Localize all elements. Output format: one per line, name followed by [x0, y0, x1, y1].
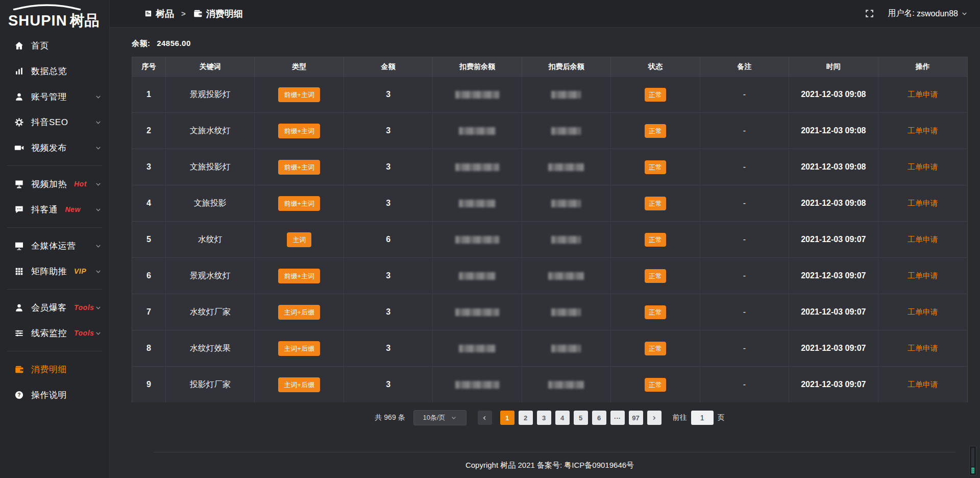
- sidebar-item-douyin-seo[interactable]: 抖音SEO: [0, 109, 109, 135]
- next-page-button[interactable]: [647, 411, 662, 425]
- sidebar-item-all-media-operation[interactable]: 全媒体运营: [0, 233, 109, 258]
- work-order-link[interactable]: 工单申请: [908, 90, 938, 100]
- censored-value: [551, 308, 581, 316]
- sidebar-item-label: 抖客通: [31, 204, 58, 216]
- cell-keyword: 投影灯厂家: [166, 367, 255, 402]
- goto-label: 前往: [673, 413, 687, 422]
- status-badge: 正常: [645, 269, 666, 283]
- cell-type: 主词+后缀: [255, 367, 344, 402]
- cell-remark: -: [700, 367, 789, 402]
- column-header: 金额: [344, 57, 433, 76]
- balance-row: 余额: 24856.00: [132, 39, 968, 49]
- cell-amount: 3: [344, 185, 433, 221]
- status-badge: 正常: [645, 197, 666, 210]
- cell-action: 工单申请: [878, 367, 967, 402]
- breadcrumb-item[interactable]: 树品: [144, 8, 174, 20]
- status-badge: 正常: [645, 88, 666, 102]
- cell-keyword: 景观投影灯: [166, 77, 255, 112]
- censored-value: [455, 163, 499, 171]
- video-icon: [13, 142, 24, 153]
- work-order-link[interactable]: 工单申请: [908, 126, 938, 136]
- work-order-link[interactable]: 工单申请: [908, 344, 938, 353]
- breadcrumb-item[interactable]: 消费明细: [193, 8, 243, 20]
- type-badge: 前缀+主词: [278, 87, 320, 102]
- page-ellipsis-button[interactable]: ···: [610, 411, 625, 425]
- user-menu[interactable]: 用户名: zswodun88: [888, 8, 968, 19]
- topbar-right: 用户名: zswodun88: [865, 8, 968, 19]
- censored-value: [459, 345, 496, 352]
- page-button-2[interactable]: 2: [519, 411, 533, 425]
- page-button-3[interactable]: 3: [537, 411, 551, 425]
- sidebar-item-video-heating[interactable]: 视频加热Hot: [0, 171, 109, 197]
- cell-time: 2021-12-03 09:08: [789, 77, 878, 112]
- sidebar-item-matrix-boost[interactable]: 矩阵助推VIP: [0, 258, 109, 284]
- sidebar-item-badge: New: [65, 205, 81, 213]
- censored-value: [455, 308, 499, 316]
- fullscreen-icon[interactable]: [865, 9, 874, 18]
- chevron-down-icon: [95, 206, 102, 213]
- cell-action: 工单申请: [878, 113, 967, 149]
- cell-remark: -: [700, 149, 789, 185]
- page-buttons: 123456···97: [500, 411, 643, 425]
- page-button-4[interactable]: 4: [555, 411, 570, 425]
- work-order-link[interactable]: 工单申请: [908, 380, 938, 390]
- cell-amount: 3: [344, 330, 433, 366]
- censored-value: [551, 127, 581, 135]
- work-order-link[interactable]: 工单申请: [908, 235, 938, 245]
- sidebar-item-home[interactable]: 首页: [0, 33, 109, 58]
- cell-index: 6: [132, 258, 166, 294]
- app-window-icon: [144, 10, 152, 17]
- cell-type: 前缀+主词: [255, 149, 344, 185]
- censored-value: [548, 272, 584, 280]
- sidebar-item-operation-guide[interactable]: ?操作说明: [0, 382, 109, 408]
- sidebar-item-video-publish[interactable]: 视频发布: [0, 135, 109, 160]
- table-row: 8水纹灯效果主词+后缀3正常-2021-12-03 09:07工单申请: [132, 330, 967, 366]
- sidebar-item-doukeTong[interactable]: 抖客通New: [0, 197, 109, 222]
- work-order-link[interactable]: 工单申请: [908, 162, 938, 172]
- breadcrumb: 树品>消费明细: [144, 8, 243, 20]
- work-order-link[interactable]: 工单申请: [908, 199, 938, 208]
- cell-balance-before: [433, 330, 522, 366]
- svg-text:?: ?: [17, 392, 20, 397]
- cell-time: 2021-12-03 09:07: [789, 367, 878, 402]
- work-order-link[interactable]: 工单申请: [908, 307, 938, 317]
- sidebar-item-label: 抖音SEO: [31, 116, 68, 128]
- cell-action: 工单申请: [878, 185, 967, 221]
- monitor-icon: [13, 241, 24, 251]
- sidebar-item-consumption-details[interactable]: 消费明细: [0, 356, 109, 382]
- chevron-down-icon: [451, 415, 457, 421]
- sidebar-item-data-overview[interactable]: 数据总览: [0, 58, 109, 84]
- status-badge: 正常: [645, 160, 666, 174]
- sidebar-item-member-baoke[interactable]: 会员爆客Tools: [0, 295, 109, 320]
- cell-balance-before: [433, 77, 522, 112]
- board-icon: [13, 179, 24, 189]
- status-badge: 正常: [645, 342, 666, 355]
- censored-value: [459, 200, 496, 207]
- work-order-link[interactable]: 工单申请: [908, 271, 938, 281]
- cell-amount: 3: [344, 294, 433, 330]
- cell-index: 9: [132, 367, 166, 402]
- censored-value: [455, 236, 499, 244]
- chevron-right-icon: [651, 415, 657, 421]
- sidebar-item-account-management[interactable]: 账号管理: [0, 84, 109, 109]
- censored-value: [459, 272, 496, 280]
- page-button-1[interactable]: 1: [500, 411, 514, 425]
- question-icon: ?: [13, 390, 24, 400]
- scrollbar-progress: [971, 467, 974, 473]
- page-button-6[interactable]: 6: [592, 411, 606, 425]
- page-button-5[interactable]: 5: [574, 411, 588, 425]
- type-badge: 主词+后缀: [278, 377, 320, 392]
- sidebar-item-clue-monitoring[interactable]: 线索监控Tools: [0, 320, 109, 346]
- scrollbar[interactable]: [969, 446, 976, 475]
- cell-balance-after: [522, 185, 611, 221]
- page-button-97[interactable]: 97: [629, 411, 643, 425]
- cell-time: 2021-12-03 09:08: [789, 113, 878, 149]
- table-row: 9投影灯厂家主词+后缀3正常-2021-12-03 09:07工单申请: [132, 366, 967, 402]
- censored-value: [551, 236, 581, 244]
- goto-page-input[interactable]: [691, 411, 714, 425]
- chat-icon: [13, 204, 24, 214]
- cell-remark: -: [700, 222, 789, 257]
- page-size-select[interactable]: 10条/页: [413, 410, 467, 425]
- cell-type: 前缀+主词: [255, 258, 344, 294]
- prev-page-button[interactable]: [478, 411, 492, 425]
